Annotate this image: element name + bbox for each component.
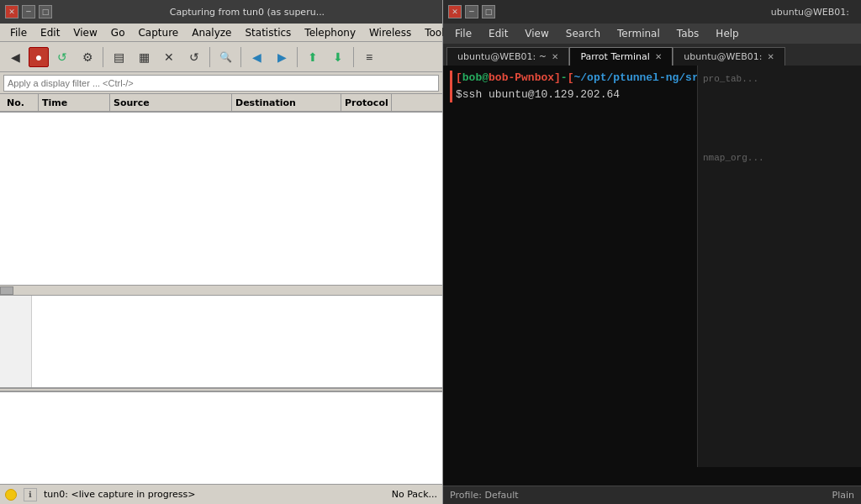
packet-list-header: No. Time Source Destination Protocol [0, 94, 442, 113]
terminal-close-btn[interactable]: ✕ [448, 5, 462, 18]
toolbar-sep5 [353, 47, 354, 67]
toolbar-stop-btn[interactable]: ● [29, 47, 49, 67]
wireshark-title: Capturing from tun0 (as superu... [57, 7, 437, 18]
toolbar-reload-btn[interactable]: ↺ [182, 45, 206, 69]
toolbar-options-btn[interactable]: ⚙ [76, 45, 99, 69]
wireshark-menubar: File Edit View Go Capture Analyze Statis… [0, 24, 442, 42]
packet-detail-content [32, 296, 442, 387]
wireshark-minimize-btn[interactable]: ─ [22, 5, 35, 18]
right-panel-item-2: nmap_org... [703, 86, 856, 165]
tab-ubuntu1[interactable]: ubuntu@WEB01: ~ ✕ [446, 47, 569, 66]
wireshark-window: ✕ ─ □ Capturing from tun0 (as superu... … [0, 0, 443, 504]
terminal-title-area: ubuntu@WEB01: [500, 7, 856, 18]
menu-wireless[interactable]: Wireless [362, 25, 418, 40]
terminal-wm-buttons: ✕ ─ □ [448, 5, 495, 18]
terminal-encoding: Plain [832, 490, 854, 501]
wireshark-toolbar: ◀ ● ↺ ⚙ ▤ ▦ ✕ ↺ 🔍 ◀ ▶ ⬆ ⬇ ≡ [0, 42, 442, 72]
term-menu-search[interactable]: Search [557, 26, 609, 41]
prompt-host: bob-Pwnbox [489, 71, 554, 86]
terminal-minimize-btn[interactable]: ─ [465, 5, 478, 18]
term-menu-terminal[interactable]: Terminal [609, 26, 668, 41]
prompt-dir-open: [ [568, 71, 574, 86]
right-side-panel: pro_tab... nmap_org... [697, 66, 861, 467]
prompt-at: @ [482, 71, 489, 86]
terminal-content[interactable]: [bob@bob-Pwnbox]-[~/opt/ptunnel-ng/src] … [443, 66, 861, 486]
toolbar-sep2 [209, 47, 210, 67]
wireshark-statusbar: ℹ tun0: <live capture in progress> No Pa… [0, 484, 442, 504]
capture-status-indicator [5, 489, 17, 501]
packet-list-inner [0, 113, 442, 283]
packet-bytes-panel [0, 391, 442, 484]
tab-ubuntu1-label: ubuntu@WEB01: ~ [457, 51, 547, 62]
toolbar-find-btn[interactable]: 🔍 [214, 45, 237, 69]
terminal-maximize-btn[interactable]: □ [482, 5, 495, 18]
toolbar-close-btn[interactable]: ✕ [157, 45, 181, 69]
prompt-path: ~/opt/ptunnel-ng/src [573, 71, 705, 86]
terminal-title-right: ubuntu@WEB01: [764, 7, 856, 18]
terminal-statusbar: Profile: Default Plain [443, 486, 861, 504]
expert-info-btn[interactable]: ℹ [24, 488, 37, 501]
right-panel-item-1: pro_tab... [703, 72, 856, 86]
toolbar-sep4 [297, 47, 298, 67]
toolbar-prev-btn[interactable]: ◀ [245, 45, 268, 69]
toolbar-restart-btn[interactable]: ↺ [50, 45, 74, 69]
horizontal-scrollbar[interactable] [0, 285, 442, 295]
packet-detail-panel [0, 296, 442, 388]
terminal-window: ✕ ─ □ ubuntu@WEB01: File Edit View Searc… [443, 0, 861, 504]
toolbar-save-btn[interactable]: ▦ [132, 45, 156, 69]
terminal-tabs: ubuntu@WEB01: ~ ✕ Parrot Terminal ✕ ubun… [443, 44, 861, 66]
toolbar-scrollup-btn[interactable]: ⬆ [301, 45, 325, 69]
col-protocol: Protocol [341, 94, 392, 111]
tab-parrot[interactable]: Parrot Terminal ✕ [569, 47, 673, 66]
toolbar-open-btn[interactable]: ▤ [107, 45, 130, 69]
menu-telephony[interactable]: Telephony [298, 25, 362, 40]
wireshark-filterbar [0, 72, 442, 94]
term-menu-view[interactable]: View [516, 26, 557, 41]
menu-view[interactable]: View [66, 25, 103, 40]
packet-detail-left-gutter [0, 296, 32, 387]
menu-capture[interactable]: Capture [131, 25, 185, 40]
terminal-profile: Profile: Default [450, 490, 519, 501]
wireshark-titlebar: ✕ ─ □ Capturing from tun0 (as superu... [0, 0, 442, 24]
right-panel-content: pro_tab... nmap_org... [698, 66, 861, 171]
toolbar-sep1 [103, 47, 103, 67]
term-menu-help[interactable]: Help [707, 26, 747, 41]
prompt-command: ssh ubuntu@10.129.202.64 [462, 87, 620, 102]
term-menu-edit[interactable]: Edit [480, 26, 516, 41]
tab-parrot-label: Parrot Terminal [580, 51, 650, 62]
menu-statistics[interactable]: Statistics [238, 25, 298, 40]
terminal-menubar: File Edit View Search Terminal Tabs Help [443, 24, 861, 44]
wireshark-maximize-btn[interactable]: □ [39, 5, 52, 18]
capture-status-text: tun0: <live capture in progress> [44, 489, 385, 500]
term-menu-tabs[interactable]: Tabs [668, 26, 708, 41]
toolbar-extra-btn[interactable]: ≡ [357, 45, 381, 69]
menu-file[interactable]: File [3, 25, 34, 40]
menu-go[interactable]: Go [104, 25, 132, 40]
tab-ubuntu2[interactable]: ubuntu@WEB01: ✕ [673, 47, 785, 66]
toolbar-sep3 [240, 47, 241, 67]
wireshark-wm-buttons: ✕ ─ □ [5, 5, 52, 18]
tab-ubuntu1-close[interactable]: ✕ [552, 52, 558, 61]
prompt-bracket-open: [ [456, 71, 462, 86]
toolbar-back-btn[interactable]: ◀ [3, 45, 27, 69]
col-destination: Destination [232, 94, 341, 111]
menu-analyze[interactable]: Analyze [185, 25, 238, 40]
prompt-dash: - [561, 71, 568, 86]
tab-ubuntu2-label: ubuntu@WEB01: [684, 51, 762, 62]
prompt-bracket-close: ] [554, 71, 561, 86]
scrollbar-thumb[interactable] [0, 286, 13, 295]
col-no: No. [3, 94, 39, 111]
tab-parrot-close[interactable]: ✕ [655, 52, 662, 61]
terminal-titlebar: ✕ ─ □ ubuntu@WEB01: [443, 0, 861, 24]
term-menu-file[interactable]: File [446, 26, 480, 41]
menu-edit[interactable]: Edit [34, 25, 66, 40]
tab-ubuntu2-close[interactable]: ✕ [768, 52, 774, 61]
display-filter-input[interactable] [3, 75, 439, 92]
packet-list[interactable] [0, 113, 442, 296]
wireshark-close-btn[interactable]: ✕ [5, 5, 18, 18]
toolbar-scrolldown-btn[interactable]: ⬇ [326, 45, 350, 69]
packet-count-text: No Pack... [392, 489, 437, 500]
toolbar-next-btn[interactable]: ▶ [270, 45, 293, 69]
col-time: Time [39, 94, 110, 111]
prompt-user: bob [462, 71, 482, 86]
